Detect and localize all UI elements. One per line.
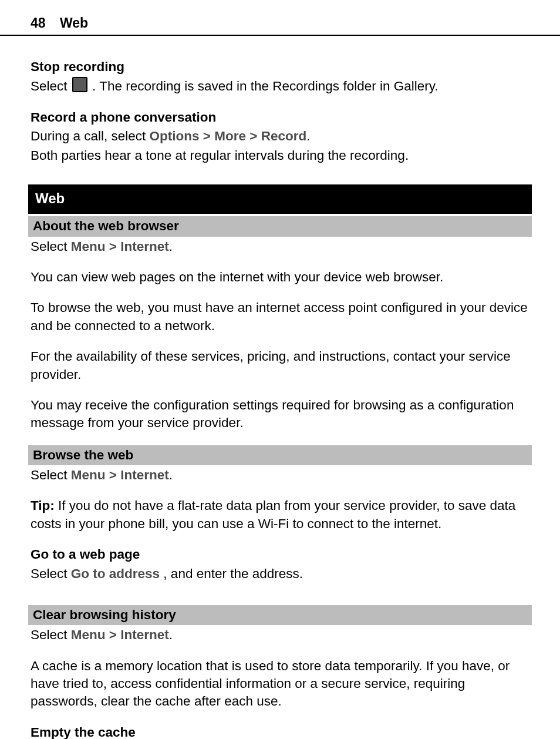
text: , and enter the address. bbox=[163, 566, 303, 581]
subchapter-bar-browse-web: Browse the web bbox=[28, 445, 532, 465]
para-go-to-page: Select Go to address , and enter the add… bbox=[31, 565, 529, 583]
menu-path-item: More bbox=[214, 129, 246, 143]
heading-record-conversation: Record a phone conversation bbox=[31, 109, 529, 126]
text: . bbox=[169, 468, 173, 482]
menu-path-item: Menu bbox=[71, 239, 106, 254]
text: During a call, select bbox=[31, 129, 150, 143]
subchapter-bar-clear-history: Clear browsing history bbox=[28, 605, 532, 625]
tip-label: Tip: bbox=[31, 498, 55, 513]
text: Select bbox=[31, 468, 71, 482]
para-clear-nav: Select Menu > Internet. bbox=[31, 626, 529, 644]
menu-path-item: Record bbox=[261, 129, 307, 143]
subchapter-bar-about-browser: About the web browser bbox=[28, 216, 532, 236]
heading-empty-cache: Empty the cache bbox=[31, 724, 529, 739]
chapter-bar-web: Web bbox=[28, 184, 532, 214]
chevron-right-icon: > bbox=[109, 468, 117, 482]
menu-path-item: Options bbox=[150, 129, 200, 143]
para-stop-recording: Select . The recording is saved in the R… bbox=[31, 77, 529, 95]
para-browse-nav: Select Menu > Internet. bbox=[31, 466, 529, 484]
para-clear-body: A cache is a memory location that is use… bbox=[31, 657, 529, 711]
para-about-3: For the availability of these services, … bbox=[31, 348, 529, 384]
page-number: 48 bbox=[31, 15, 46, 31]
menu-path-item: Go to address bbox=[71, 566, 160, 581]
menu-path-item: Internet bbox=[120, 239, 169, 254]
text: Select bbox=[31, 79, 71, 93]
text: . bbox=[306, 129, 310, 143]
menu-path-item: Menu bbox=[71, 627, 106, 642]
para-about-1: You can view web pages on the internet w… bbox=[31, 268, 529, 286]
chevron-right-icon: > bbox=[109, 627, 117, 642]
menu-path-item: Menu bbox=[71, 468, 106, 482]
running-header: 48 Web bbox=[0, 0, 560, 36]
text: . The recording is saved in the Recordin… bbox=[92, 79, 438, 93]
text: Select bbox=[31, 627, 71, 642]
para-record-conv-nav: During a call, select Options > More > R… bbox=[31, 127, 529, 145]
manual-page: 48 Web Stop recording Select . The recor… bbox=[0, 0, 560, 739]
chevron-right-icon: > bbox=[109, 239, 117, 254]
para-about-4: You may receive the configuration settin… bbox=[31, 397, 529, 432]
heading-go-to-page: Go to a web page bbox=[31, 546, 529, 563]
para-record-conv-note: Both parties hear a tone at regular inte… bbox=[31, 147, 529, 164]
stop-icon bbox=[72, 77, 87, 92]
tip-body: If you do not have a flat-rate data plan… bbox=[31, 498, 515, 530]
menu-path-item: Internet bbox=[120, 468, 169, 482]
text: Select bbox=[31, 239, 71, 254]
para-about-2: To browse the web, you must have an inte… bbox=[31, 299, 529, 335]
menu-path-item: Internet bbox=[120, 627, 169, 642]
heading-stop-recording: Stop recording bbox=[31, 58, 529, 76]
text: Select bbox=[31, 566, 71, 581]
page-body: Stop recording Select . The recording is… bbox=[0, 58, 560, 739]
para-about-nav: Select Menu > Internet. bbox=[31, 238, 529, 256]
text: . bbox=[169, 627, 173, 642]
text: . bbox=[169, 239, 173, 254]
para-browse-tip: Tip: If you do not have a flat-rate data… bbox=[31, 497, 529, 533]
running-title: Web bbox=[60, 15, 88, 31]
chevron-right-icon: > bbox=[249, 129, 257, 143]
chevron-right-icon: > bbox=[203, 129, 211, 143]
